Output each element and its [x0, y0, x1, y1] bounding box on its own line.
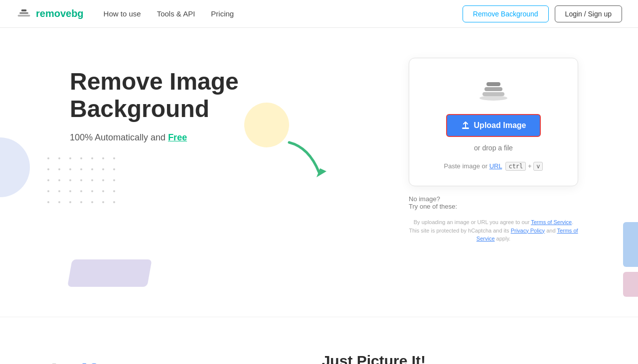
paste-hint: Paste image or URL ctrl + v [444, 162, 543, 171]
upload-card: Upload Image or drop a file Paste image … [409, 58, 578, 186]
terms-text: By uploading an image or URL you agree t… [409, 218, 578, 243]
upload-icon-wrap [478, 78, 509, 104]
upload-arrow-icon [461, 121, 470, 130]
svg-point-4 [479, 96, 507, 101]
uplotify-logo: uplotify [0, 361, 110, 364]
navbar: removebg How to use Tools & API Pricing … [0, 0, 638, 28]
dots-grid [47, 157, 118, 206]
just-picture-section: Just Picture It! People Products Animals… [110, 353, 638, 364]
try-these-text: Try one of these: [409, 203, 578, 210]
logo-icon [16, 6, 32, 22]
v-key: v [533, 162, 543, 171]
login-signup-button[interactable]: Login / Sign up [555, 5, 622, 22]
ctrl-key: ctrl [505, 162, 526, 171]
hero-section: Remove Image Background 100% Automatical… [0, 28, 638, 317]
arrow-wrap [279, 137, 339, 184]
svg-rect-6 [484, 87, 502, 91]
remove-background-button[interactable]: Remove Background [463, 5, 549, 22]
bottom-section: uplotify Just Picture It! People Product… [0, 317, 638, 364]
try-section: No image? Try one of these: [409, 195, 578, 210]
svg-rect-5 [482, 92, 504, 96]
svg-rect-1 [19, 12, 28, 14]
url-link[interactable]: URL [489, 162, 502, 170]
upload-image-button[interactable]: Upload Image [446, 114, 541, 137]
nav-actions: Remove Background Login / Sign up [463, 5, 622, 22]
logo[interactable]: removebg [16, 6, 84, 22]
drop-hint: or drop a file [474, 144, 513, 152]
svg-rect-0 [18, 14, 30, 16]
nav-link-how-to-use[interactable]: How to use [104, 9, 141, 18]
just-picture-title: Just Picture It! [110, 353, 638, 364]
nav-link-pricing[interactable]: Pricing [211, 9, 234, 18]
blob-pink-right [623, 272, 638, 297]
blob-blue-right [623, 222, 638, 267]
nav-links: How to use Tools & API Pricing [104, 9, 463, 18]
privacy-link[interactable]: Privacy Policy [511, 228, 545, 234]
svg-rect-2 [21, 9, 27, 11]
arrow-icon [279, 137, 339, 182]
blob-purple-bottom [67, 259, 152, 287]
logo-text: removebg [36, 8, 84, 19]
svg-rect-8 [462, 127, 469, 129]
layers-icon [478, 78, 509, 102]
blob-blue-left [0, 137, 30, 197]
svg-rect-7 [486, 82, 500, 86]
upload-area: Upload Image or drop a file Paste image … [409, 58, 578, 243]
hero-text: Remove Image Background 100% Automatical… [70, 58, 379, 143]
no-image-text: No image? [409, 195, 578, 203]
nav-link-tools-api[interactable]: Tools & API [157, 9, 195, 18]
terms-link[interactable]: Terms of Service [531, 219, 572, 225]
